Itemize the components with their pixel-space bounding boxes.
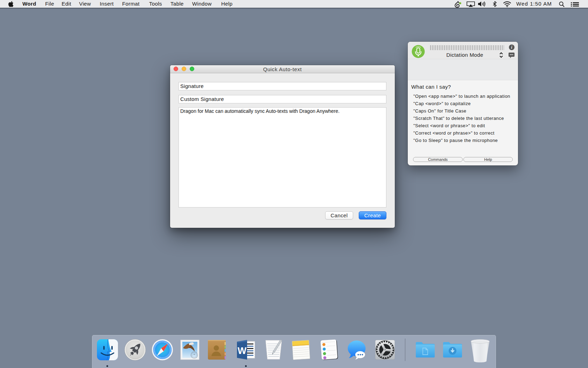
svg-text:W: W: [238, 346, 247, 356]
